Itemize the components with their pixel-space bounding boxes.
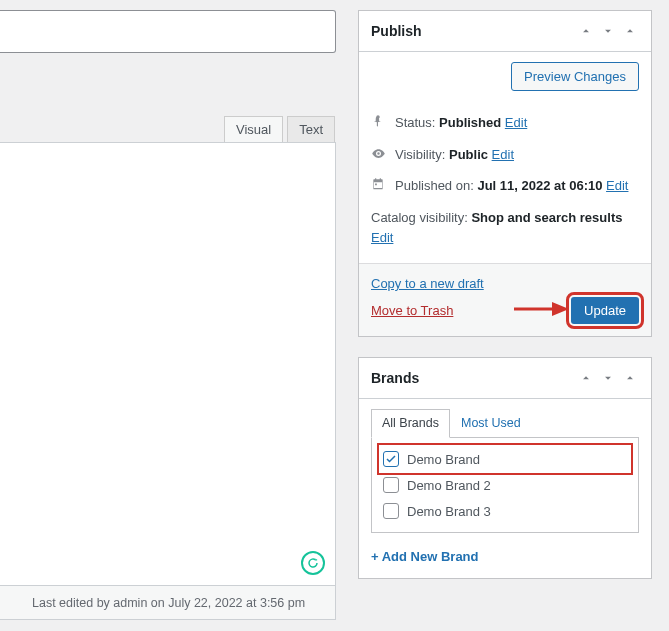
add-brand-row: + Add New Brand	[359, 545, 651, 578]
content-editor[interactable]	[0, 142, 336, 586]
publish-actions: Copy to a new draft Move to Trash Update	[359, 263, 651, 336]
panel-controls	[575, 367, 641, 389]
update-button[interactable]: Update	[571, 297, 639, 324]
sidebar: Publish Preview Changes Status: Publishe…	[358, 10, 652, 599]
copy-to-draft-link[interactable]: Copy to a new draft	[371, 276, 484, 291]
brands-panel-header: Brands	[359, 358, 651, 399]
published-label: Published on:	[395, 178, 474, 193]
editor-mode-tabs: Visual Text	[224, 116, 335, 142]
visibility-edit-link[interactable]: Edit	[492, 147, 514, 162]
brands-panel: Brands All Brands Most Used Demo Brand	[358, 357, 652, 579]
catalog-edit-link[interactable]: Edit	[371, 230, 393, 245]
update-row: Move to Trash Update	[371, 297, 639, 324]
published-edit-link[interactable]: Edit	[606, 178, 628, 193]
preview-row: Preview Changes	[359, 52, 651, 101]
brand-item[interactable]: Demo Brand 3	[380, 498, 630, 524]
publish-panel-title: Publish	[371, 23, 422, 39]
published-row: Published on: Jul 11, 2022 at 06:10 Edit	[371, 170, 639, 202]
published-text: Published on: Jul 11, 2022 at 06:10 Edit	[395, 176, 639, 196]
move-to-trash-link[interactable]: Move to Trash	[371, 303, 453, 318]
panel-move-up-icon[interactable]	[575, 20, 597, 42]
preview-changes-button[interactable]: Preview Changes	[511, 62, 639, 91]
panel-move-up-icon[interactable]	[575, 367, 597, 389]
tab-visual[interactable]: Visual	[224, 116, 283, 142]
brand-label: Demo Brand 2	[407, 478, 491, 493]
brands-panel-title: Brands	[371, 370, 419, 386]
publish-panel-header: Publish	[359, 11, 651, 52]
eye-icon	[371, 146, 387, 161]
publish-panel: Publish Preview Changes Status: Publishe…	[358, 10, 652, 337]
visibility-row: Visibility: Public Edit	[371, 139, 639, 171]
status-label: Status:	[395, 115, 435, 130]
catalog-label: Catalog visibility:	[371, 210, 468, 225]
brand-item[interactable]: Demo Brand	[380, 446, 630, 472]
publish-meta: Status: Published Edit Visibility: Publi…	[359, 101, 651, 263]
catalog-row: Catalog visibility: Shop and search resu…	[371, 202, 639, 254]
status-text: Status: Published Edit	[395, 113, 639, 133]
panel-toggle-icon[interactable]	[619, 20, 641, 42]
checkbox-icon[interactable]	[383, 503, 399, 519]
panel-move-down-icon[interactable]	[597, 20, 619, 42]
visibility-value: Public	[449, 147, 488, 162]
panel-move-down-icon[interactable]	[597, 367, 619, 389]
editor-column: Visual Text Last edited by admin on July…	[0, 0, 336, 631]
checkbox-checked-icon[interactable]	[383, 451, 399, 467]
editor-footer: Last edited by admin on July 22, 2022 at…	[0, 586, 336, 620]
post-title-input[interactable]	[0, 10, 336, 53]
status-edit-link[interactable]: Edit	[505, 115, 527, 130]
pin-icon	[371, 114, 387, 128]
visibility-label: Visibility:	[395, 147, 445, 162]
visibility-text: Visibility: Public Edit	[395, 145, 639, 165]
panel-controls	[575, 20, 641, 42]
checkbox-icon[interactable]	[383, 477, 399, 493]
brand-item[interactable]: Demo Brand 2	[380, 472, 630, 498]
status-value: Published	[439, 115, 501, 130]
brand-label: Demo Brand 3	[407, 504, 491, 519]
calendar-icon	[371, 177, 387, 191]
copy-draft-row: Copy to a new draft	[371, 276, 639, 291]
grammarly-icon[interactable]	[301, 551, 325, 575]
last-edited-text: Last edited by admin on July 22, 2022 at…	[32, 596, 305, 610]
panel-toggle-icon[interactable]	[619, 367, 641, 389]
published-value: Jul 11, 2022 at 06:10	[477, 178, 602, 193]
brand-label: Demo Brand	[407, 452, 480, 467]
brands-tabs: All Brands Most Used	[359, 399, 651, 437]
tab-all-brands[interactable]: All Brands	[371, 409, 450, 438]
brands-checklist: Demo Brand Demo Brand 2 Demo Brand 3	[371, 437, 639, 533]
status-row: Status: Published Edit	[371, 107, 639, 139]
tab-text[interactable]: Text	[287, 116, 335, 142]
tab-most-used[interactable]: Most Used	[450, 409, 532, 437]
add-new-brand-link[interactable]: + Add New Brand	[371, 549, 479, 564]
catalog-value: Shop and search results	[471, 210, 622, 225]
